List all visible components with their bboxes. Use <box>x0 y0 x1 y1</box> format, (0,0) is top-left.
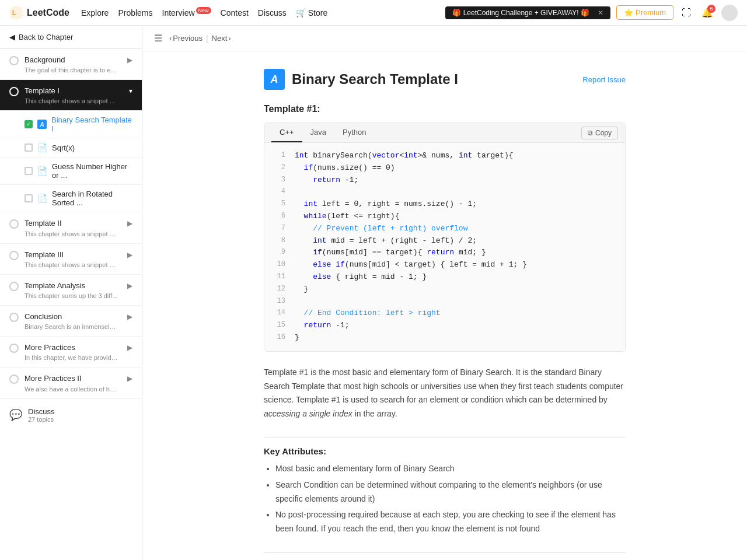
analysis-subtitle: This chapter sums up the 3 diff... <box>25 292 118 299</box>
code-line-15: 15 return -1; <box>264 320 625 332</box>
nav-links: Explore Problems InterviewNew Contest Di… <box>81 8 327 18</box>
background-expand-icon: ▶ <box>127 56 132 64</box>
conclusion-check-icon <box>9 313 19 322</box>
attr-item-2: Search Condition can be determined witho… <box>275 478 626 506</box>
template3-content: Template III This chapter shows a snippe… <box>25 250 121 268</box>
template1-expand-icon: ▾ <box>129 87 132 95</box>
background-check-icon <box>9 56 19 65</box>
back-to-chapter-button[interactable]: ◀ Back to Chapter <box>0 26 142 49</box>
nav-explore[interactable]: Explore <box>81 8 109 18</box>
nav-contest[interactable]: Contest <box>221 8 249 18</box>
page-title: Binary Search Template I <box>292 71 458 88</box>
hamburger-icon[interactable]: ☰ <box>154 33 162 44</box>
nav-problems[interactable]: Problems <box>118 8 152 18</box>
nav-interview[interactable]: InterviewNew <box>162 8 211 18</box>
sub-navigation: ☰ ‹ Previous | Next › <box>142 26 747 51</box>
conclusion-subtitle: Binary Search is an immensely c... <box>25 323 118 330</box>
tab-java[interactable]: Java <box>302 123 334 142</box>
next-button[interactable]: Next › <box>212 34 231 43</box>
template2-title: Template II <box>25 218 121 229</box>
template3-expand-icon: ▶ <box>127 251 132 259</box>
practices2-content: More Practices II We also have a collect… <box>25 373 121 392</box>
template1-content: Template I This chapter shows a snippet … <box>25 86 123 104</box>
nav-store[interactable]: 🛒 Store <box>296 8 327 18</box>
template-description: Template #1 is the most basic and elemen… <box>264 366 626 421</box>
code-tab-bar: C++ Java Python ⧉ Copy <box>264 123 625 143</box>
notifications-button[interactable]: 🔔 6 <box>699 5 715 20</box>
copy-icon: ⧉ <box>588 129 593 137</box>
sidebar-item-template3[interactable]: Template III This chapter shows a snippe… <box>0 244 142 275</box>
fullscreen-button[interactable]: ⛶ <box>679 5 693 20</box>
chevron-right-icon: › <box>228 34 231 43</box>
template2-check-icon <box>9 219 19 229</box>
challenge-banner[interactable]: 🎁 LeetCoding Challenge + GIVEAWAY! 🎁 ✕ <box>445 6 610 19</box>
guess-number-check-icon <box>25 167 33 175</box>
code-line-3: 3 return -1; <box>264 174 625 187</box>
sub-item-sqrt[interactable]: 📄 Sqrt(x) <box>0 138 142 158</box>
sidebar-item-practices2[interactable]: More Practices II We also have a collect… <box>0 368 142 398</box>
nav-right: 🎁 LeetCoding Challenge + GIVEAWAY! 🎁 ✕ ⭐… <box>445 5 738 21</box>
analysis-expand-icon: ▶ <box>127 282 132 290</box>
code-line-13: 13 <box>264 296 625 308</box>
guess-number-doc-icon: 📄 <box>37 166 47 176</box>
sidebar-item-analysis[interactable]: Template Analysis This chapter sums up t… <box>0 275 142 306</box>
sidebar-item-template2[interactable]: Template II This chapter shows a snippet… <box>0 212 142 243</box>
sqrt-check-icon <box>25 144 33 152</box>
search-rotated-check-icon <box>25 194 33 202</box>
fullscreen-icon: ⛶ <box>682 8 691 18</box>
attr-item-3: No post-processing required because at e… <box>275 508 626 536</box>
sub-item-search-rotated[interactable]: 📄 Search in Rotated Sorted ... <box>0 185 142 212</box>
code-line-6: 6 while(left <= right){ <box>264 211 625 223</box>
premium-button[interactable]: ⭐ Premium <box>616 5 673 20</box>
previous-button[interactable]: ‹ Previous <box>169 34 203 43</box>
sidebar-item-conclusion[interactable]: Conclusion Binary Search is an immensely… <box>0 306 142 337</box>
code-line-7: 7 // Prevent (left + right) overflow <box>264 223 625 235</box>
template1-subtitle: This chapter shows a snippet of... <box>25 97 118 104</box>
syntax-divider <box>264 552 626 553</box>
code-line-8: 8 int mid = left + (right - left) / 2; <box>264 235 625 247</box>
sidebar-item-discuss[interactable]: 💬 Discuss 27 topics <box>0 399 142 431</box>
key-attributes-divider <box>264 438 626 438</box>
main-content: ☰ ‹ Previous | Next › A Binary Search Te… <box>142 26 747 560</box>
attr-item-1: Most basic and elementary form of Binary… <box>275 462 626 476</box>
practices-check-icon <box>9 344 19 353</box>
binary-search-a-icon: A <box>37 120 47 129</box>
sub-item-binary-search-template1[interactable]: ✓ A Binary Search Template I <box>0 111 142 138</box>
back-arrow-icon: ◀ <box>9 33 15 41</box>
sidebar-item-template1[interactable]: Template I This chapter shows a snippet … <box>0 80 142 111</box>
conclusion-title: Conclusion <box>25 312 121 322</box>
conclusion-expand-icon: ▶ <box>127 313 132 321</box>
sidebar-item-background[interactable]: Background The goal of this chapter is t… <box>0 49 142 80</box>
leetcode-logo-icon: L <box>9 6 23 20</box>
tab-python[interactable]: Python <box>334 123 374 142</box>
template2-content: Template II This chapter shows a snippet… <box>25 218 121 237</box>
notification-badge: 6 <box>707 5 715 13</box>
background-title: Background <box>25 55 121 65</box>
nav-divider: | <box>206 34 208 43</box>
logo-text: LeetCode <box>27 8 69 18</box>
code-line-5: 5 int left = 0, right = nums.size() - 1; <box>264 198 625 211</box>
report-issue-link[interactable]: Report Issue <box>582 75 626 84</box>
copy-button[interactable]: ⧉ Copy <box>581 127 618 139</box>
tab-cpp[interactable]: C++ <box>271 123 302 142</box>
nav-discuss[interactable]: Discuss <box>258 8 287 18</box>
template1-title: Template I <box>25 86 123 96</box>
chevron-left-icon: ‹ <box>169 34 172 43</box>
star-icon: ⭐ <box>624 8 633 17</box>
logo[interactable]: L LeetCode <box>9 6 69 20</box>
page-title-wrap: A Binary Search Template I <box>264 69 458 90</box>
code-line-12: 12 } <box>264 284 625 296</box>
search-rotated-label: Search in Rotated Sorted ... <box>52 190 132 207</box>
user-avatar[interactable] <box>721 5 738 21</box>
code-line-9: 9 if(nums[mid] == target){ return mid; } <box>264 247 625 259</box>
sub-item-guess-number[interactable]: 📄 Guess Number Higher or ... <box>0 158 142 185</box>
sqrt-doc-icon: 📄 <box>37 143 47 152</box>
key-attributes-title: Key Attributes: <box>264 446 626 456</box>
template3-check-icon <box>9 251 19 260</box>
code-line-11: 11 else { right = mid - 1; } <box>264 271 625 284</box>
key-attributes-section: Key Attributes: Most basic and elementar… <box>264 438 626 536</box>
code-line-10: 10 else if(nums[mid] < target) { left = … <box>264 259 625 271</box>
template2-subtitle: This chapter shows a snippet of... <box>25 230 118 237</box>
sidebar-item-practices[interactable]: More Practices In this chapter, we have … <box>0 337 142 368</box>
challenge-close-icon[interactable]: ✕ <box>598 9 603 17</box>
